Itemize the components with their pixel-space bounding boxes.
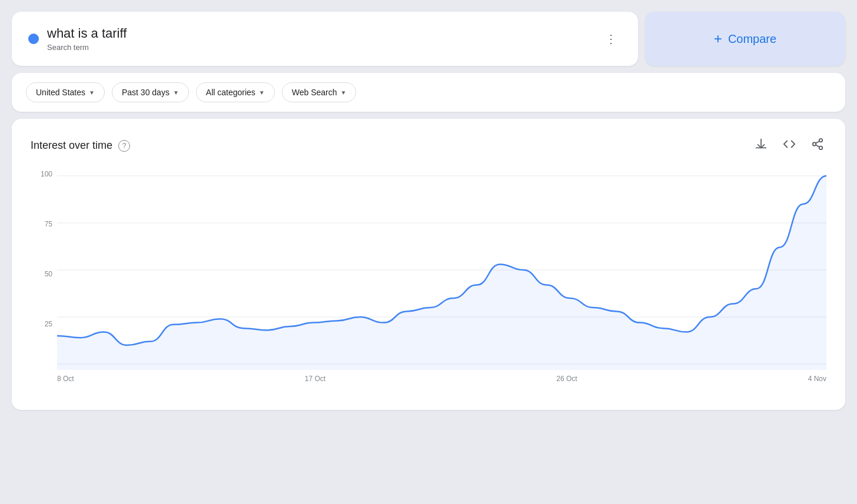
kebab-menu-button[interactable]: ⋮ [600, 27, 622, 51]
category-chevron-icon: ▼ [259, 89, 265, 96]
search-term-text: what is a tariff Search term [47, 26, 127, 52]
chart-inner [57, 170, 826, 370]
help-icon[interactable]: ? [118, 140, 130, 152]
chart-actions [752, 135, 826, 156]
chart-title: Interest over time [31, 139, 112, 152]
x-label-26oct: 26 Oct [556, 375, 577, 383]
y-label-50: 50 [45, 270, 52, 278]
search-term-title: what is a tariff [47, 26, 127, 41]
category-filter[interactable]: All categories ▼ [196, 82, 275, 102]
chart-title-row: Interest over time ? [31, 139, 130, 152]
x-axis: 8 Oct 17 Oct 26 Oct 4 Nov [57, 370, 826, 393]
chart-card: Interest over time ? [12, 119, 845, 410]
search-dot [28, 34, 39, 44]
search-type-chevron-icon: ▼ [341, 89, 347, 96]
compare-inner: + Compare [714, 31, 776, 47]
download-button[interactable] [752, 135, 770, 156]
svg-line-4 [816, 141, 819, 143]
y-label-100: 100 [41, 170, 52, 178]
compare-card[interactable]: + Compare [645, 12, 845, 66]
search-term-card: what is a tariff Search term ⋮ [12, 12, 638, 66]
y-label-25: 25 [45, 320, 52, 328]
chart-header: Interest over time ? [31, 135, 826, 156]
x-label-4nov: 4 Nov [808, 375, 826, 383]
embed-button[interactable] [780, 135, 798, 156]
time-range-filter[interactable]: Past 30 days ▼ [112, 82, 189, 102]
search-type-filter[interactable]: Web Search ▼ [282, 82, 357, 102]
chart-area: 100 75 50 25 8 Oct 17 Oct 26 Oct 4 Nov [31, 170, 826, 393]
category-filter-label: All categories [206, 88, 255, 97]
x-label-8oct: 8 Oct [57, 375, 74, 383]
location-filter-label: United States [36, 88, 85, 97]
line-chart-svg [57, 170, 826, 370]
search-term-left: what is a tariff Search term [28, 26, 127, 52]
share-button[interactable] [809, 135, 826, 156]
compare-label: Compare [728, 32, 776, 46]
location-chevron-icon: ▼ [89, 89, 95, 96]
filters-card: United States ▼ Past 30 days ▼ All categ… [12, 73, 845, 112]
search-term-subtitle: Search term [47, 43, 127, 52]
y-label-75: 75 [45, 220, 52, 228]
time-range-filter-label: Past 30 days [122, 88, 170, 97]
search-type-filter-label: Web Search [292, 88, 337, 97]
time-range-chevron-icon: ▼ [173, 89, 179, 96]
svg-line-3 [816, 145, 819, 147]
location-filter[interactable]: United States ▼ [26, 82, 105, 102]
y-axis: 100 75 50 25 [31, 170, 57, 370]
compare-plus-icon: + [714, 31, 722, 47]
x-label-17oct: 17 Oct [305, 375, 325, 383]
